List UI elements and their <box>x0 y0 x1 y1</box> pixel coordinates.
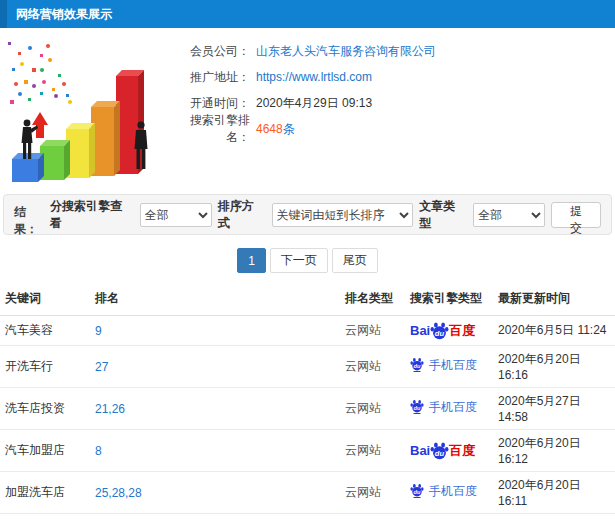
column-header: 搜索引擎类型 <box>405 283 493 316</box>
mobile-baidu-logo: du手机百度 <box>410 399 477 416</box>
rank-cell: 30 <box>90 514 340 520</box>
rank-type-cell: 云网站 <box>340 472 405 514</box>
rank-link[interactable]: 27 <box>95 360 108 374</box>
open-time-value: 2020年4月29日 09:13 <box>256 95 372 112</box>
up-arrow-decor <box>32 112 48 138</box>
rank-cell: 21,26 <box>90 388 340 430</box>
table-body: 汽车美容9云网站Baidu百度2020年6月5日 11:24开洗车行27云网站d… <box>0 316 615 520</box>
next-page-button[interactable]: 下一页 <box>270 248 328 273</box>
table-row: 开洗车行27云网站du手机百度2020年6月20日 16:16 <box>0 346 615 388</box>
rank-cell: 9 <box>90 316 340 346</box>
rank-type-cell: 云网站 <box>340 430 405 472</box>
rank-count-number: 4648 <box>256 122 283 136</box>
update-time-cell: 2020年6月20日 16:16 <box>493 346 615 388</box>
article-type-label: 文章类型 <box>419 198 467 232</box>
baidu-paw-icon: du <box>430 441 449 460</box>
table-row: 汽车美容9云网站Baidu百度2020年6月5日 11:24 <box>0 316 615 346</box>
keyword-cell: 汽车加盟店 <box>0 430 90 472</box>
column-header: 排名类型 <box>340 283 405 316</box>
engine-cell: du手机百度 <box>405 472 493 514</box>
engine-cell: du手机百度 <box>405 388 493 430</box>
keyword-cell: 汽车美容 <box>0 316 90 346</box>
svg-text:du: du <box>414 362 421 368</box>
baidu-logo: Baidu百度 <box>410 321 475 340</box>
rank-count-label: 搜索引擎排名： <box>168 112 250 146</box>
bar-orange <box>91 101 120 176</box>
info-row-open-time: 开通时间： 2020年4月29日 09:13 <box>168 94 436 112</box>
sort-filter-select[interactable]: 关键词由短到长排序 <box>272 203 414 227</box>
table-row: 洗车店投资21,26云网站du手机百度2020年5月27日 14:58 <box>0 388 615 430</box>
baidu-paw-icon: du <box>430 321 449 340</box>
article-type-select[interactable]: 全部 <box>473 203 545 227</box>
rank-link[interactable]: 25,28,28 <box>95 486 142 500</box>
svg-text:du: du <box>414 404 421 410</box>
keyword-cell: 洗车店投资 <box>0 388 90 430</box>
table-row: 洗车赚钱吗30云网站du手机百度2020年6月20日 16:12 <box>0 514 615 520</box>
company-link[interactable]: 山东老人头汽车服务咨询有限公司 <box>256 44 436 58</box>
last-page-button[interactable]: 尾页 <box>332 248 378 273</box>
table-row: 汽车加盟店8云网站Baidu百度2020年6月20日 16:12 <box>0 430 615 472</box>
rank-link[interactable]: 9 <box>95 324 102 338</box>
engine-cell: du手机百度 <box>405 514 493 520</box>
rank-cell: 27 <box>90 346 340 388</box>
promo-url-label: 推广地址： <box>168 69 250 86</box>
bar-chart-illustration <box>0 34 168 192</box>
rank-type-cell: 云网站 <box>340 346 405 388</box>
update-time-cell: 2020年6月5日 11:24 <box>493 316 615 346</box>
company-label: 会员公司： <box>168 43 250 60</box>
bar-green <box>40 140 70 180</box>
info-row-url: 推广地址： https://www.lrtlsd.com <box>168 68 436 86</box>
rank-link[interactable]: 21,26 <box>95 402 125 416</box>
confetti-decor <box>8 42 72 104</box>
svg-text:du: du <box>414 488 421 494</box>
mobile-baidu-logo: du手机百度 <box>410 483 477 500</box>
engine-filter-select[interactable]: 全部 <box>140 203 212 227</box>
info-row-rank-count: 搜索引擎排名： 4648条 <box>168 120 436 138</box>
rank-link[interactable]: 8 <box>95 444 102 458</box>
pagination: 1 下一页 尾页 <box>0 248 615 273</box>
engine-cell: Baidu百度 <box>405 430 493 472</box>
header-accent <box>0 0 7 28</box>
result-label: 结果： <box>14 204 50 238</box>
keyword-cell: 加盟洗车店 <box>0 472 90 514</box>
rank-type-cell: 云网站 <box>340 316 405 346</box>
rank-count-unit: 条 <box>283 122 295 136</box>
rank-type-cell: 云网站 <box>340 514 405 520</box>
page-title: 网络营销效果展示 <box>7 6 112 23</box>
keyword-cell: 洗车赚钱吗 <box>0 514 90 520</box>
rank-type-cell: 云网站 <box>340 388 405 430</box>
results-table: 关键词排名排名类型搜索引擎类型最新更新时间 汽车美容9云网站Baidu百度202… <box>0 283 615 520</box>
bar-yellow <box>66 123 95 178</box>
rank-cell: 8 <box>90 430 340 472</box>
mobile-baidu-logo: du手机百度 <box>410 357 477 374</box>
baidu-paw-icon: du <box>410 357 425 374</box>
table-header-row: 关键词排名排名类型搜索引擎类型最新更新时间 <box>0 283 615 316</box>
engine-cell: Baidu百度 <box>405 316 493 346</box>
summary-section: 会员公司： 山东老人头汽车服务咨询有限公司 推广地址： https://www.… <box>0 28 615 194</box>
update-time-cell: 2020年6月20日 16:12 <box>493 514 615 520</box>
svg-text:du: du <box>435 329 445 338</box>
promo-url-link[interactable]: https://www.lrtlsd.com <box>256 70 372 84</box>
baidu-paw-icon: du <box>410 483 425 500</box>
column-header: 关键词 <box>0 283 90 316</box>
account-info: 会员公司： 山东老人头汽车服务咨询有限公司 推广地址： https://www.… <box>168 34 436 194</box>
page-button-current[interactable]: 1 <box>237 248 266 273</box>
update-time-cell: 2020年6月20日 16:11 <box>493 472 615 514</box>
column-header: 排名 <box>90 283 340 316</box>
sort-filter-label: 排序方式 <box>218 198 266 232</box>
update-time-cell: 2020年5月27日 14:58 <box>493 388 615 430</box>
rank-cell: 25,28,28 <box>90 472 340 514</box>
submit-button[interactable]: 提交 <box>551 202 601 228</box>
column-header: 最新更新时间 <box>493 283 615 316</box>
baidu-logo: Baidu百度 <box>410 441 475 460</box>
info-row-company: 会员公司： 山东老人头汽车服务咨询有限公司 <box>168 42 436 60</box>
engine-cell: du手机百度 <box>405 346 493 388</box>
filter-bar: 结果： 分搜索引擎查看 全部 排序方式 关键词由短到长排序 文章类型 全部 提交 <box>3 194 612 235</box>
baidu-paw-icon: du <box>410 399 425 416</box>
engine-filter-label: 分搜索引擎查看 <box>50 198 134 232</box>
table-row: 加盟洗车店25,28,28云网站du手机百度2020年6月20日 16:11 <box>0 472 615 514</box>
app-header: 网络营销效果展示 <box>0 0 615 28</box>
open-time-label: 开通时间： <box>168 95 250 112</box>
svg-text:du: du <box>435 449 445 458</box>
update-time-cell: 2020年6月20日 16:12 <box>493 430 615 472</box>
